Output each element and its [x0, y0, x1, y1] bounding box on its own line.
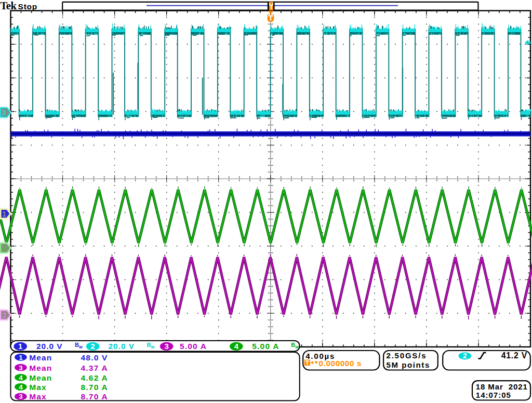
svg-text:Max: Max: [29, 392, 46, 401]
svg-text:14:07:05: 14:07:05: [476, 391, 511, 399]
svg-text:3: 3: [19, 364, 23, 372]
svg-text:1: 1: [18, 342, 22, 351]
svg-text:20.0 V: 20.0 V: [36, 342, 63, 351]
svg-text:41.2 V: 41.2 V: [501, 351, 527, 360]
svg-text:5.00 A: 5.00 A: [180, 342, 207, 351]
svg-text:Stop: Stop: [18, 2, 38, 11]
svg-text:8.70 A: 8.70 A: [81, 383, 108, 392]
svg-text:2: 2: [463, 352, 467, 360]
svg-text:2.50GS/s: 2.50GS/s: [387, 351, 427, 360]
svg-text:3: 3: [19, 393, 23, 400]
svg-text:4: 4: [234, 342, 239, 351]
svg-text:0.000000 s: 0.000000 s: [319, 359, 362, 368]
svg-text:Mean: Mean: [29, 364, 52, 372]
svg-text:3: 3: [164, 342, 168, 351]
svg-text:Mean: Mean: [29, 373, 52, 382]
svg-text:5.00 A: 5.00 A: [252, 342, 279, 351]
svg-text:Mean: Mean: [29, 353, 52, 362]
svg-text:5M points: 5M points: [387, 360, 430, 369]
svg-text:48.0 V: 48.0 V: [81, 353, 108, 362]
svg-text:1: 1: [2, 209, 6, 218]
svg-text:Max: Max: [29, 383, 46, 392]
svg-text:8.70 A: 8.70 A: [81, 392, 108, 401]
svg-text:4.62 A: 4.62 A: [81, 373, 108, 382]
svg-text:Tek: Tek: [1, 0, 17, 11]
svg-text:4: 4: [19, 374, 23, 382]
svg-text:1: 1: [19, 354, 23, 361]
svg-text:2: 2: [2, 108, 6, 117]
svg-text:4.37 A: 4.37 A: [81, 364, 108, 372]
svg-text:3: 3: [2, 311, 6, 319]
svg-text:4: 4: [19, 383, 23, 391]
svg-text:20.0 V: 20.0 V: [108, 342, 135, 351]
svg-text:4: 4: [2, 244, 7, 252]
svg-text:2: 2: [90, 342, 95, 351]
